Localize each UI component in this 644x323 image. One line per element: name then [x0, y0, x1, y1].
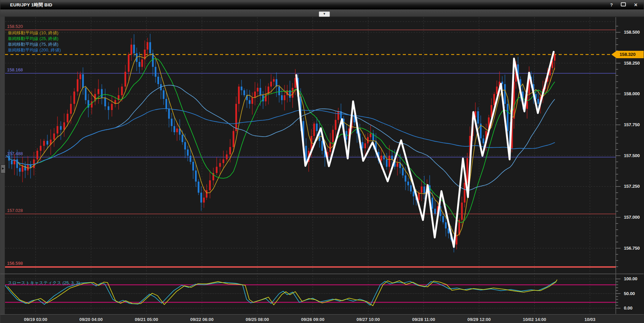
stochastic-axis-label: 100.00 — [624, 276, 637, 281]
y-axis-label: 158.000 — [624, 91, 640, 96]
ma-legend-item: 単純移動平均線 (10, 終値) — [8, 30, 58, 36]
chart-window: EUR/JPY 1時間 BID ? ✕ ▼ ▶ 単純移動平均線 (10, 終値)… — [0, 0, 644, 323]
panel-expand-button[interactable]: ▶ — [1, 165, 5, 173]
x-axis-label: 09/21 05:00 — [135, 317, 158, 322]
price-level-label: 157.488 — [7, 151, 23, 156]
y-axis-label: 157.750 — [624, 122, 640, 127]
close-icon[interactable]: ✕ — [634, 0, 638, 9]
price-level-label: 157.028 — [7, 208, 23, 213]
window-controls: ? ✕ — [610, 0, 644, 9]
x-axis-label: 10/03 — [585, 317, 596, 322]
title-bar: EUR/JPY 1時間 BID ? ✕ — [0, 0, 644, 9]
y-axis-label: 157.250 — [624, 184, 640, 189]
x-axis-label: 09/20 04:00 — [79, 317, 102, 322]
x-axis-label: 09/28 11:00 — [412, 317, 435, 322]
stochastic-legend: スローストキャスティクス (25, 3, 3) — [8, 280, 80, 286]
x-axis-label: 09/19 03:00 — [24, 317, 47, 322]
panel-collapse-button[interactable]: ▼ — [319, 11, 330, 17]
ma-legend-item: 単純移動平均線 (25, 終値) — [8, 36, 58, 42]
price-level-label: 156.598 — [7, 261, 23, 266]
maximize-icon[interactable] — [621, 0, 626, 9]
price-level-label: 158.168 — [7, 67, 23, 72]
price-level-label: 158.520 — [7, 24, 23, 29]
help-icon[interactable]: ? — [610, 0, 613, 9]
window-title: EUR/JPY 1時間 BID — [0, 2, 52, 8]
ma-legend-item: 単純移動平均線 (75, 終値) — [8, 41, 58, 47]
y-axis-label: 157.000 — [624, 215, 640, 220]
x-axis-label: 10/02 14:00 — [523, 317, 546, 322]
stochastic-axis-label: 50.00 — [624, 291, 635, 296]
x-axis-label: 09/25 08:00 — [246, 317, 269, 322]
y-axis-label: 158.500 — [624, 30, 640, 35]
y-axis-label: 158.250 — [624, 61, 640, 66]
ma-legend-item: 単純移動平均線 (200, 終値) — [8, 47, 61, 53]
current-price-tag: 158.320 — [611, 51, 644, 58]
stochastic-axis-label: 0.00 — [624, 306, 632, 311]
panel-divider[interactable] — [0, 274, 644, 274]
x-axis-label: 09/29 12:00 — [467, 317, 490, 322]
x-axis-label: 09/27 10:00 — [356, 317, 380, 322]
x-axis-label: 09/26 09:00 — [301, 317, 324, 322]
y-axis-label: 156.750 — [624, 246, 640, 251]
x-axis-label: 09/22 06:00 — [190, 317, 213, 322]
y-axis-label: 157.500 — [624, 153, 640, 158]
price-chart-canvas[interactable] — [0, 0, 644, 323]
